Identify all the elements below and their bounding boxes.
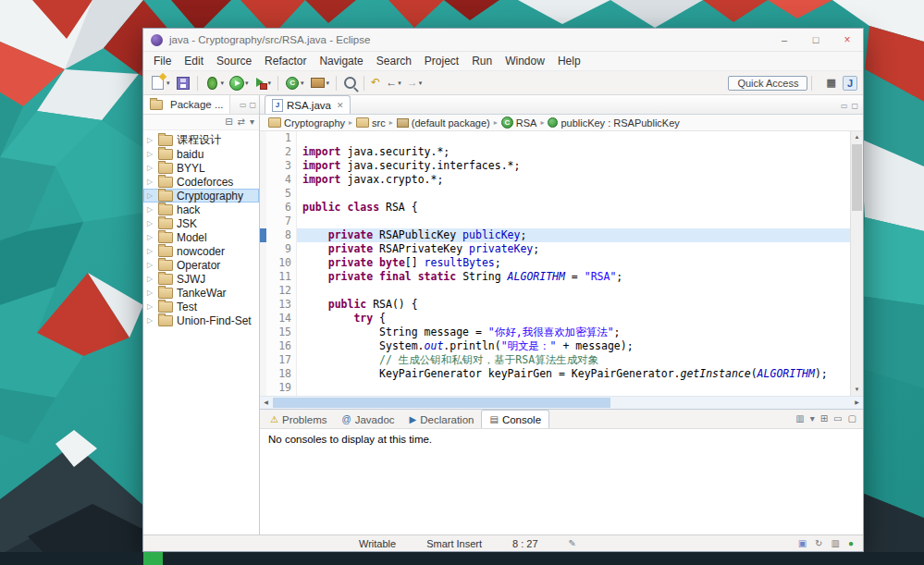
code-line[interactable]: 3import java.security.interfaces.*; <box>260 159 850 173</box>
menu-search[interactable]: Search <box>370 53 418 69</box>
horizontal-scrollbar[interactable]: ◀ ▶ <box>260 396 863 409</box>
close-button[interactable]: × <box>832 29 863 51</box>
tree-item[interactable]: ▷SJWJ <box>143 272 259 286</box>
minimize-view-icon[interactable]: ▭ <box>240 101 247 109</box>
expand-arrow-icon[interactable]: ▷ <box>147 178 157 186</box>
link-with-editor-icon[interactable]: ⇄ <box>238 116 245 129</box>
code-line[interactable]: 18 KeyPairGenerator keyPairGen = KeyPair… <box>260 367 850 381</box>
expand-arrow-icon[interactable]: ▷ <box>147 136 157 144</box>
tree-item[interactable]: ▷Cryptography <box>143 189 259 203</box>
panel-tab-javadoc[interactable]: @Javadoc <box>335 411 402 428</box>
maximize-panel-icon[interactable]: ▢ <box>848 412 856 425</box>
save-icon[interactable] <box>174 74 192 92</box>
tree-item[interactable]: ▷Union-Find-Set <box>143 313 259 327</box>
menu-run[interactable]: Run <box>465 53 499 69</box>
start-button[interactable] <box>143 552 163 565</box>
maximize-button[interactable]: □ <box>800 29 832 51</box>
expand-arrow-icon[interactable]: ▷ <box>147 219 157 227</box>
annotation-icon[interactable]: ▣ <box>798 538 807 548</box>
vertical-scrollbar-thumb[interactable] <box>852 144 862 211</box>
tab-close-icon[interactable]: ✕ <box>337 101 344 110</box>
tree-item[interactable]: ▷baidu <box>143 147 259 161</box>
tree-item[interactable]: ▷Test <box>143 300 259 313</box>
tree-item[interactable]: ▷JSK <box>143 216 259 230</box>
expand-arrow-icon[interactable]: ▷ <box>147 205 157 214</box>
tree-item[interactable]: ▷TankeWar <box>143 286 259 300</box>
code-line[interactable]: 7 <box>260 215 850 228</box>
code-line[interactable]: 5 <box>260 187 850 201</box>
tree-item[interactable]: ▷Operator <box>143 258 259 272</box>
tree-item[interactable]: ▷nowcoder <box>143 244 259 258</box>
forward-icon[interactable]: →▾ <box>405 74 425 92</box>
scroll-up-icon[interactable]: ▲ <box>851 131 863 143</box>
code-line[interactable]: 8 private RSAPublicKey publicKey; <box>260 228 850 242</box>
code-line[interactable]: 14 try { <box>260 312 850 325</box>
new-wizard-icon[interactable]: ▾ <box>148 74 172 92</box>
minimize-button[interactable]: – <box>769 29 800 51</box>
view-menu-icon[interactable]: ▾ <box>250 116 254 129</box>
maximize-view-icon[interactable]: ▢ <box>249 101 256 109</box>
minimize-panel-icon[interactable]: ▭ <box>833 412 842 425</box>
code-line[interactable]: 11 private final static String ALGORITHM… <box>260 270 850 284</box>
code-line[interactable]: 16 System.out.println("明文是：" + message); <box>260 339 850 353</box>
tree-item[interactable]: ▷课程设计 <box>143 133 259 147</box>
external-tools-icon[interactable]: ▾ <box>253 74 274 92</box>
console-menu-icon[interactable]: ▾ <box>810 412 815 425</box>
last-edit-location-icon[interactable]: ↶ <box>369 74 382 92</box>
code-line[interactable]: 12 <box>260 284 850 298</box>
expand-arrow-icon[interactable]: ▷ <box>147 191 157 200</box>
quick-access-button[interactable]: Quick Access <box>728 76 807 91</box>
open-console-icon[interactable]: ▥ <box>795 412 804 425</box>
expand-arrow-icon[interactable]: ▷ <box>147 275 157 283</box>
title-bar[interactable]: java - Cryptography/src/RSA.java - Eclip… <box>143 29 863 52</box>
tree-item[interactable]: ▷BYYL <box>143 161 259 175</box>
minimize-editor-icon[interactable]: ▭ <box>841 102 848 110</box>
online-status-icon[interactable]: ● <box>848 538 854 548</box>
breadcrumb-item[interactable]: src <box>354 117 388 129</box>
new-java-class-icon[interactable]: C▾ <box>283 74 306 92</box>
menu-source[interactable]: Source <box>210 53 258 69</box>
breadcrumb-item[interactable]: Cryptography <box>266 117 347 129</box>
search-icon[interactable] <box>341 74 359 92</box>
tab-rsa-java[interactable]: J RSA.java ✕ <box>265 95 351 114</box>
code-area[interactable]: 12import java.security.*;3import java.se… <box>260 131 850 396</box>
breadcrumb-item[interactable]: CRSA <box>499 117 539 129</box>
taskbar[interactable] <box>0 552 924 565</box>
scroll-down-icon[interactable]: ▼ <box>851 384 863 396</box>
expand-arrow-icon[interactable]: ▷ <box>147 247 157 255</box>
code-line[interactable]: 6public class RSA { <box>260 201 850 215</box>
collapse-all-icon[interactable]: ⊟ <box>225 116 232 129</box>
expand-arrow-icon[interactable]: ▷ <box>147 289 157 297</box>
heap-status-icon[interactable]: ▥ <box>832 538 840 548</box>
tree-item[interactable]: ▷hack <box>143 203 259 216</box>
panel-tab-problems[interactable]: ⚠Problems <box>263 411 335 428</box>
expand-arrow-icon[interactable]: ▷ <box>147 233 157 241</box>
code-line[interactable]: 10 private byte[] resultBytes; <box>260 256 850 270</box>
code-line[interactable]: 17 // 生成公钥和私钥对，基于RSA算法生成对象 <box>260 353 850 367</box>
maximize-editor-icon[interactable]: ▢ <box>851 102 858 110</box>
code-line[interactable]: 4import javax.crypto.*; <box>260 173 850 187</box>
tree-item[interactable]: ▷Model <box>143 230 259 244</box>
code-line[interactable]: 15 String message = "你好,我很喜欢加密算法"; <box>260 325 850 339</box>
java-perspective-icon[interactable]: J <box>843 76 857 91</box>
scroll-left-icon[interactable]: ◀ <box>260 397 272 409</box>
breadcrumb-item[interactable]: publicKey : RSAPublicKey <box>546 117 681 129</box>
horizontal-scrollbar-thumb[interactable] <box>273 398 610 408</box>
expand-arrow-icon[interactable]: ▷ <box>147 261 157 269</box>
sync-icon[interactable]: ↻ <box>815 538 822 548</box>
code-line[interactable]: 19 <box>260 381 850 395</box>
new-console-view-icon[interactable]: ⊞ <box>820 412 828 425</box>
debug-icon[interactable]: ▾ <box>203 74 227 92</box>
menu-help[interactable]: Help <box>551 53 587 69</box>
code-line[interactable]: 1 <box>260 131 850 145</box>
tab-package-explorer[interactable]: Package ... <box>143 95 230 114</box>
code-line[interactable]: 13 public RSA() { <box>260 298 850 312</box>
tree-item[interactable]: ▷Codeforces <box>143 175 259 189</box>
expand-arrow-icon[interactable]: ▷ <box>147 302 157 311</box>
new-java-package-icon[interactable]: ▾ <box>308 74 332 92</box>
menu-edit[interactable]: Edit <box>178 53 210 69</box>
code-line[interactable]: 2import java.security.*; <box>260 145 850 159</box>
code-line[interactable]: 9 private RSAPrivateKey privateKey; <box>260 242 850 256</box>
panel-tab-console[interactable]: ▤Console <box>481 410 549 428</box>
menu-refactor[interactable]: Refactor <box>258 53 313 69</box>
